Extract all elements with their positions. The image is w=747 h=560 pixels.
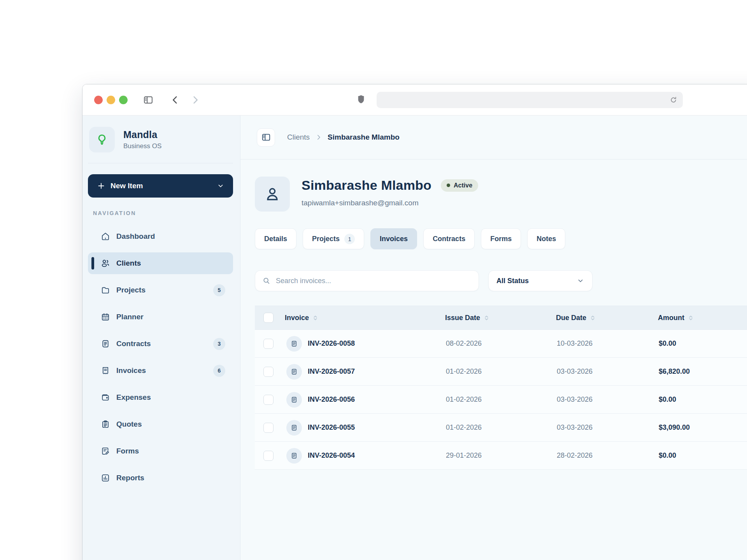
calendar-icon [100, 312, 110, 322]
sidebar-item-dashboard[interactable]: Dashboard [88, 226, 233, 247]
tab-label: Forms [490, 235, 512, 243]
home-icon [100, 231, 110, 242]
sidebar-nav: Dashboard Clients Projects 5 Planner [88, 226, 233, 489]
sort-icon[interactable] [484, 315, 489, 321]
plus-icon [96, 181, 106, 191]
tab-notes[interactable]: Notes [527, 228, 565, 249]
sidebar-item-forms[interactable]: Forms [88, 440, 233, 462]
sidebar-item-contracts[interactable]: Contracts 3 [88, 333, 233, 355]
invoice-number[interactable]: INV-2026-0056 [308, 396, 355, 404]
close-window-button[interactable] [94, 96, 103, 104]
browser-window: Mandla Business OS New Item NAVIGATION D… [82, 84, 747, 560]
sidebar-item-planner[interactable]: Planner [88, 306, 233, 328]
browser-back-icon[interactable] [170, 94, 181, 105]
issue-date: 01-02-2026 [437, 396, 548, 404]
amount: $0.00 [650, 340, 747, 348]
sidebar-item-label: Clients [116, 259, 141, 268]
wallet-icon [100, 392, 110, 402]
table-row[interactable]: INV-2026-0056 01-02-2026 03-03-2026 $0.0… [255, 386, 747, 414]
amount: $0.00 [650, 396, 747, 404]
count-badge: 5 [213, 284, 225, 296]
invoices-table: Invoice Issue Date Due Date Amount [255, 306, 747, 470]
sidebar-item-quotes[interactable]: Quotes [88, 413, 233, 435]
row-checkbox[interactable] [263, 367, 274, 377]
sort-icon[interactable] [312, 315, 318, 321]
status-dot-icon [447, 184, 450, 187]
sort-icon[interactable] [688, 315, 694, 321]
due-date: 10-03-2026 [548, 340, 650, 348]
sidebar-item-reports[interactable]: Reports [88, 467, 233, 489]
column-header-issue-date[interactable]: Issue Date [437, 314, 548, 322]
tab-label: Contracts [433, 235, 465, 243]
column-header-due-date[interactable]: Due Date [548, 314, 650, 322]
client-tabs: Details Projects 1 Invoices Contracts [255, 228, 747, 249]
issue-date: 01-02-2026 [437, 424, 548, 432]
row-checkbox[interactable] [263, 339, 274, 349]
invoice-number[interactable]: INV-2026-0057 [308, 368, 355, 376]
receipt-icon [100, 366, 110, 376]
table-row[interactable]: INV-2026-0055 01-02-2026 03-03-2026 $3,0… [255, 414, 747, 442]
new-item-label: New Item [110, 182, 143, 190]
navigation-section-label: NAVIGATION [93, 210, 233, 216]
breadcrumb-clients-link[interactable]: Clients [287, 133, 310, 142]
users-icon [100, 258, 110, 268]
zoom-window-button[interactable] [119, 96, 128, 104]
invoice-doc-icon [286, 420, 302, 436]
amount: $0.00 [650, 452, 747, 460]
tab-projects[interactable]: Projects 1 [303, 228, 364, 249]
traffic-lights[interactable] [94, 96, 128, 104]
search-icon [262, 276, 271, 285]
sidebar-item-label: Reports [116, 474, 144, 482]
due-date: 03-03-2026 [548, 396, 650, 404]
sidebar-item-label: Quotes [116, 420, 142, 429]
tab-details[interactable]: Details [255, 228, 296, 249]
tab-label: Details [264, 235, 287, 243]
row-checkbox[interactable] [263, 395, 274, 405]
sidebar-item-projects[interactable]: Projects 5 [88, 279, 233, 301]
bar-chart-icon [100, 473, 110, 483]
table-row[interactable]: INV-2026-0057 01-02-2026 03-03-2026 $6,8… [255, 358, 747, 386]
browser-forward-icon[interactable] [190, 94, 201, 105]
invoice-search[interactable] [255, 270, 479, 291]
sidebar-item-invoices[interactable]: Invoices 6 [88, 360, 233, 382]
table-row[interactable]: INV-2026-0058 08-02-2026 10-03-2026 $0.0… [255, 330, 747, 358]
search-input[interactable] [276, 277, 472, 285]
invoice-number[interactable]: INV-2026-0054 [308, 452, 355, 460]
browser-sidebar-toggle-icon[interactable] [143, 94, 154, 105]
table-row[interactable]: INV-2026-0054 29-01-2026 28-02-2026 $0.0… [255, 442, 747, 470]
sidebar-item-expenses[interactable]: Expenses [88, 387, 233, 408]
column-header-amount[interactable]: Amount [650, 314, 747, 322]
row-checkbox[interactable] [263, 423, 274, 433]
tab-invoices[interactable]: Invoices [370, 228, 417, 249]
address-bar[interactable] [377, 92, 683, 108]
new-item-button[interactable]: New Item [88, 174, 233, 198]
tab-contracts[interactable]: Contracts [423, 228, 475, 249]
invoice-doc-icon [286, 364, 302, 380]
select-all-checkbox[interactable] [263, 313, 274, 323]
person-icon [263, 185, 281, 203]
tab-label: Projects [312, 235, 340, 243]
status-filter-dropdown[interactable]: All Status [488, 270, 593, 291]
invoice-filters: All Status [255, 270, 747, 291]
sidebar-collapse-button[interactable] [257, 128, 275, 147]
tab-forms[interactable]: Forms [481, 228, 521, 249]
minimize-window-button[interactable] [107, 96, 115, 104]
invoice-number[interactable]: INV-2026-0058 [308, 340, 355, 348]
chevron-down-icon [577, 277, 584, 285]
browser-titlebar [82, 84, 747, 116]
sort-icon[interactable] [590, 315, 596, 321]
column-header-invoice[interactable]: Invoice [277, 314, 437, 322]
breadcrumb: Clients Simbarashe Mlambo [240, 116, 747, 159]
chevron-down-icon [217, 182, 224, 190]
due-date: 03-03-2026 [548, 368, 650, 376]
status-label: Active [454, 182, 472, 189]
issue-date: 01-02-2026 [437, 368, 548, 376]
sidebar-divider [88, 163, 233, 163]
sidebar-item-label: Projects [116, 286, 146, 294]
amount: $3,090.00 [650, 424, 747, 432]
invoice-number[interactable]: INV-2026-0055 [308, 424, 355, 432]
reload-icon[interactable] [669, 96, 678, 104]
sidebar-item-clients[interactable]: Clients [88, 252, 233, 274]
row-checkbox[interactable] [263, 451, 274, 461]
issue-date: 29-01-2026 [437, 452, 548, 460]
